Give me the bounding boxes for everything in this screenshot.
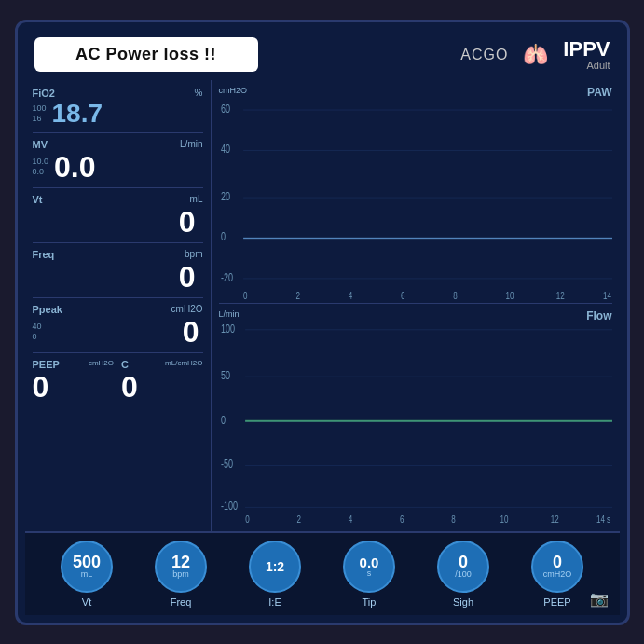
svg-text:10: 10 (505, 289, 514, 301)
freq-label: Freq (33, 249, 55, 260)
camera-icon: 📷 (590, 590, 609, 608)
flow-name-label: Flow (586, 309, 611, 322)
svg-text:50: 50 (221, 369, 230, 382)
paw-chart-svg: 60 40 20 0 -20 0 2 4 (219, 86, 612, 302)
sigh-btn-sub: /100 (455, 570, 472, 579)
mv-value: 0.0 (54, 150, 95, 184)
flow-chart: L/min Flow 100 50 0 -50 -100 (219, 308, 612, 528)
peep-btn-label: PEEP (543, 596, 570, 608)
ppeak-row: Ppeak cmH2O 40 0 0 (33, 300, 203, 353)
alert-banner: AC Power loss !! (34, 37, 258, 72)
svg-text:12: 12 (550, 514, 558, 526)
acgo-label: ACGO (460, 47, 508, 63)
fio2-setpoints: 100 16 (33, 103, 47, 124)
svg-text:60: 60 (221, 102, 230, 115)
ie-btn-main: 1:2 (266, 560, 284, 573)
svg-text:s: s (606, 514, 610, 526)
vt-row: Vt mL 0 (33, 190, 203, 243)
tip-control[interactable]: 0.0 s Tip (343, 541, 395, 608)
mv-sp-top: 10.0 (33, 157, 49, 167)
vitals-panel: FiO2 % 100 16 18.7 MV L/min (25, 80, 212, 531)
flow-chart-svg: 100 50 0 -50 -100 0 2 4 (219, 309, 612, 526)
lung-icon: 🫁 (523, 43, 548, 67)
ppeak-label: Ppeak (33, 304, 62, 315)
mv-sp-bot: 0.0 (33, 167, 49, 177)
vt-btn-label: Vt (82, 596, 91, 608)
svg-text:2: 2 (295, 289, 300, 301)
peep-control[interactable]: 0 cmH2O PEEP (531, 541, 583, 608)
freq-btn-sub: bpm (172, 570, 189, 579)
svg-text:20: 20 (221, 189, 230, 202)
svg-text:8: 8 (453, 289, 458, 301)
ppeak-setpoints: 40 0 (33, 322, 42, 342)
svg-text:-50: -50 (221, 458, 233, 471)
svg-text:14: 14 (602, 289, 610, 301)
mode-label: IPPV Adult (563, 39, 610, 71)
svg-text:-20: -20 (221, 270, 233, 283)
peep-label: PEEP (33, 359, 60, 370)
tip-btn-circle[interactable]: 0.0 s (343, 541, 395, 593)
vt-unit: mL (190, 194, 203, 204)
flow-unit-label: L/min (219, 309, 240, 319)
svg-text:0: 0 (243, 289, 248, 301)
vt-btn-circle[interactable]: 500 mL (61, 541, 113, 593)
svg-text:100: 100 (221, 322, 235, 335)
freq-btn-label: Freq (171, 596, 192, 608)
mv-unit: L/min (180, 139, 202, 149)
vt-label: Vt (33, 194, 43, 205)
ppeak-value: 0 (48, 315, 203, 349)
vt-btn-main: 500 (73, 554, 101, 570)
svg-text:12: 12 (555, 289, 564, 301)
svg-text:6: 6 (400, 289, 404, 301)
vt-control[interactable]: 500 mL Vt (61, 541, 113, 608)
header: AC Power loss !! ACGO 🫁 IPPV Adult (25, 30, 620, 80)
sigh-btn-main: 0 (459, 554, 468, 570)
c-value: 0 (121, 370, 203, 404)
mv-setpoints: 10.0 0.0 (33, 157, 49, 177)
svg-text:6: 6 (399, 514, 403, 526)
svg-text:8: 8 (451, 514, 455, 526)
mode-text: IPPV (563, 39, 610, 60)
paw-chart: cmH2O PAW 60 40 20 0 -20 (219, 84, 612, 305)
fio2-sp-top: 100 (33, 103, 47, 114)
tip-btn-main: 0.0 (360, 555, 379, 569)
peep-sub: PEEP cmH2O 0 (33, 359, 115, 404)
ppeak-sp-bot: 0 (33, 332, 42, 342)
ppeak-unit: cmH2O (171, 304, 203, 314)
peep-btn-circle[interactable]: 0 cmH2O (531, 541, 583, 593)
ie-control[interactable]: 1:2 I:E (249, 541, 301, 608)
sigh-btn-circle[interactable]: 0 /100 (437, 541, 489, 593)
freq-control[interactable]: 12 bpm Freq (155, 541, 207, 608)
svg-text:0: 0 (221, 413, 226, 426)
fio2-value: 18.7 (52, 99, 103, 129)
paw-name-label: PAW (587, 86, 611, 99)
mode-sub: Adult (586, 60, 610, 71)
freq-row: Freq bpm 0 (33, 245, 203, 298)
peep-row: PEEP cmH2O 0 C mL/cmH2O 0 (33, 355, 203, 407)
svg-text:10: 10 (500, 514, 508, 526)
ie-btn-label: I:E (268, 596, 281, 608)
freq-btn-main: 12 (171, 554, 190, 570)
tip-btn-label: Tip (363, 596, 377, 608)
freq-btn-circle[interactable]: 12 bpm (155, 541, 207, 593)
c-label: C (121, 359, 129, 370)
c-sub: C mL/cmH2O 0 (121, 359, 203, 404)
freq-unit: bpm (185, 249, 202, 259)
fio2-unit: % (195, 88, 203, 98)
mv-label: MV (33, 139, 48, 150)
mv-row: MV L/min 10.0 0.0 0.0 (33, 135, 203, 188)
sigh-control[interactable]: 0 /100 Sigh (437, 541, 489, 608)
ie-btn-circle[interactable]: 1:2 (249, 541, 301, 593)
freq-value: 0 (33, 260, 203, 294)
fio2-sp-bot: 16 (33, 114, 47, 124)
tip-btn-sub: s (367, 569, 372, 578)
svg-text:0: 0 (221, 229, 226, 242)
main-content: FiO2 % 100 16 18.7 MV L/min (25, 80, 620, 531)
svg-text:4: 4 (348, 289, 352, 301)
peep-value: 0 (33, 370, 115, 404)
svg-text:0: 0 (245, 514, 249, 526)
svg-text:4: 4 (348, 514, 352, 526)
svg-text:14: 14 (596, 514, 605, 526)
svg-text:-100: -100 (221, 500, 238, 513)
peep-unit: cmH2O (89, 359, 114, 367)
